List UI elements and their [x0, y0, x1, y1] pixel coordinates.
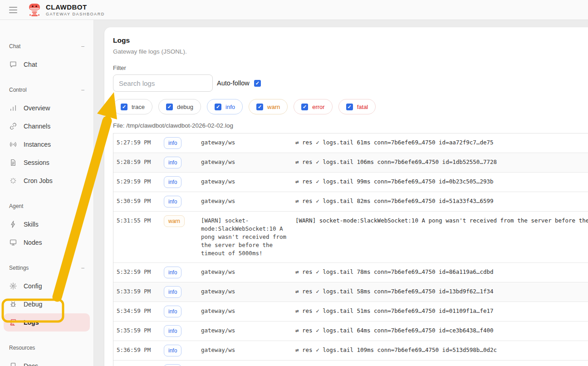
checkbox-checked-icon[interactable]: [346, 104, 353, 110]
collapse-dash-icon: –: [81, 87, 84, 93]
filter-label: Filter: [113, 64, 588, 71]
clawdbot-crab-logo: [27, 3, 42, 17]
log-message: ⇄ res ✓ logs.tail 61ms conn=7b6efe69…475…: [295, 134, 588, 152]
log-row[interactable]: 5:33:59 PM info gateway/ws ⇄ res ✓ logs.…: [113, 282, 588, 302]
sidebar-item-cron-jobs[interactable]: Cron Jobs: [4, 172, 90, 190]
logs-panel: Logs Gateway file logs (JSONL). Filter A…: [104, 27, 588, 366]
log-time: 5:33:59 PM: [117, 282, 164, 301]
sidebar-item-skills[interactable]: Skills: [4, 215, 90, 233]
log-level-badge: info: [164, 364, 181, 366]
log-row[interactable]: 5:34:59 PM info gateway/ws ⇄ res ✓ logs.…: [113, 302, 588, 321]
app-title: CLAWDBOT: [46, 3, 105, 11]
autofollow-label: Auto-follow: [217, 79, 250, 87]
log-level-badge: info: [164, 325, 181, 337]
log-source: gateway/ws: [201, 173, 295, 191]
log-source: gateway/ws: [201, 192, 295, 210]
lightning-icon: [9, 220, 17, 228]
log-source: gateway/ws: [201, 153, 295, 171]
log-message: ⇄ res ✓ logs.tail 58ms conn=7b6efe69…475…: [295, 282, 588, 301]
level-pill-fatal[interactable]: fatal: [338, 99, 376, 114]
sidebar-item-sessions[interactable]: Sessions: [4, 153, 90, 172]
log-message: ⇄ res ✓ logs.tail 106ms conn=7b6efe69…47…: [295, 153, 588, 171]
log-level-badge: info: [164, 345, 181, 356]
log-message: ⇄ res ✓ logs.tail 82ms conn=7b6efe69…475…: [295, 192, 588, 210]
level-pill-trace[interactable]: trace: [113, 99, 152, 114]
checkbox-checked-icon[interactable]: [256, 104, 263, 110]
sidebar-item-instances[interactable]: Instances: [4, 135, 90, 153]
log-row[interactable]: 5:32:59 PM info gateway/ws ⇄ res ✓ logs.…: [113, 263, 588, 282]
checkbox-checked-icon[interactable]: [301, 104, 308, 110]
top-header: CLAWDBOT GATEWAY DASHBOARD: [0, 0, 588, 20]
log-level-badge: info: [164, 196, 181, 208]
log-row[interactable]: 5:27:59 PM info gateway/ws ⇄ res ✓ logs.…: [113, 134, 588, 153]
book-icon: [9, 362, 17, 366]
log-level-badge: warn: [164, 215, 185, 227]
sidebar-section-control[interactable]: Control –: [0, 85, 93, 94]
monitor-icon: [9, 238, 17, 247]
log-source: gateway/ws: [201, 361, 295, 366]
page-title: Logs: [113, 36, 588, 45]
sidebar-item-channels[interactable]: Channels: [4, 117, 90, 135]
sidebar-item-overview[interactable]: Overview: [4, 99, 90, 117]
log-level-badge: info: [164, 267, 181, 278]
log-level-badge: info: [164, 137, 181, 149]
log-message: ⇄ res ✓ logs.tail 99ms conn=7b6efe69…475…: [295, 173, 588, 191]
checkbox-checked-icon[interactable]: [215, 104, 221, 110]
collapse-dash-icon: –: [81, 43, 84, 49]
log-source: gateway/ws: [201, 263, 295, 281]
level-pill-warn[interactable]: warn: [249, 99, 288, 114]
log-row[interactable]: 5:37:59 PM info gateway/ws ⇄ res ✓ logs.…: [113, 361, 588, 366]
hamburger-menu-icon[interactable]: [9, 7, 17, 13]
sidebar-section-chat[interactable]: Chat –: [0, 42, 93, 51]
log-level-badge: info: [164, 306, 181, 317]
log-time: 5:35:59 PM: [117, 321, 164, 340]
bug-icon: [9, 300, 17, 308]
log-row[interactable]: 5:35:59 PM info gateway/ws ⇄ res ✓ logs.…: [113, 321, 588, 341]
log-table: 5:27:59 PM info gateway/ws ⇄ res ✓ logs.…: [113, 133, 588, 366]
log-message: ⇄ res ✓ logs.tail 109ms conn=7b6efe69…47…: [295, 341, 588, 359]
collapse-dash-icon: –: [81, 265, 84, 271]
sidebar-item-logs[interactable]: Logs: [4, 313, 90, 331]
sidebar-section-settings[interactable]: Settings –: [0, 263, 93, 272]
link-icon: [9, 122, 17, 130]
spinner-icon: [9, 177, 17, 185]
log-source: gateway/ws: [201, 134, 295, 152]
sidebar-item-nodes[interactable]: Nodes: [4, 233, 90, 252]
autofollow-toggle[interactable]: Auto-follow: [217, 79, 261, 87]
sidebar-section-agent[interactable]: Agent: [0, 202, 93, 211]
log-row[interactable]: 5:30:59 PM info gateway/ws ⇄ res ✓ logs.…: [113, 192, 588, 212]
checkbox-checked-icon[interactable]: [121, 104, 127, 110]
level-pill-debug[interactable]: debug: [158, 99, 201, 114]
log-row[interactable]: 5:29:59 PM info gateway/ws ⇄ res ✓ logs.…: [113, 173, 588, 192]
search-input[interactable]: [113, 74, 213, 92]
log-level-badge: info: [164, 157, 181, 168]
sidebar-item-config[interactable]: Config: [4, 277, 90, 295]
log-source: gateway/ws: [201, 282, 295, 301]
checkbox-checked-icon[interactable]: [254, 80, 261, 87]
log-row[interactable]: 5:28:59 PM info gateway/ws ⇄ res ✓ logs.…: [113, 153, 588, 173]
level-pill-error[interactable]: error: [294, 99, 332, 114]
log-source: gateway/ws: [201, 302, 295, 320]
log-file-path: File: /tmp/clawdbot/clawdbot-2026-02-02.…: [113, 122, 588, 129]
log-time: 5:29:59 PM: [117, 173, 164, 191]
log-row[interactable]: 5:31:55 PM warn [WARN] socket-mode:Slack…: [113, 212, 588, 263]
log-level-badge: info: [164, 176, 181, 188]
log-source: gateway/ws: [201, 341, 295, 359]
log-time: 5:34:59 PM: [117, 302, 164, 320]
sidebar-item-debug[interactable]: Debug: [4, 295, 90, 313]
log-time: 5:32:59 PM: [117, 263, 164, 281]
checkbox-checked-icon[interactable]: [166, 104, 173, 110]
log-level-badge: info: [164, 286, 181, 298]
log-message: ⇄ res ✓ logs.tail 78ms conn=7b6efe69…475…: [295, 263, 588, 281]
sidebar: Chat – Chat Chat Chat Control – Control …: [0, 20, 94, 366]
sidebar-section-resources[interactable]: Resources: [0, 343, 93, 352]
sidebar-item-docs[interactable]: Docs: [4, 357, 90, 366]
level-pill-info[interactable]: info: [207, 99, 243, 114]
log-time: 5:31:55 PM: [117, 212, 164, 230]
bar-chart-icon: [9, 104, 17, 112]
log-source: [WARN] socket-mode:SlackWebSocket:10 A p…: [201, 212, 295, 262]
document-icon: [9, 158, 17, 167]
sidebar-item-chat[interactable]: Chat: [4, 55, 90, 74]
log-row[interactable]: 5:36:59 PM info gateway/ws ⇄ res ✓ logs.…: [113, 341, 588, 361]
log-message: [WARN] socket-mode:SlackWebSocket:10 A p…: [295, 212, 588, 230]
